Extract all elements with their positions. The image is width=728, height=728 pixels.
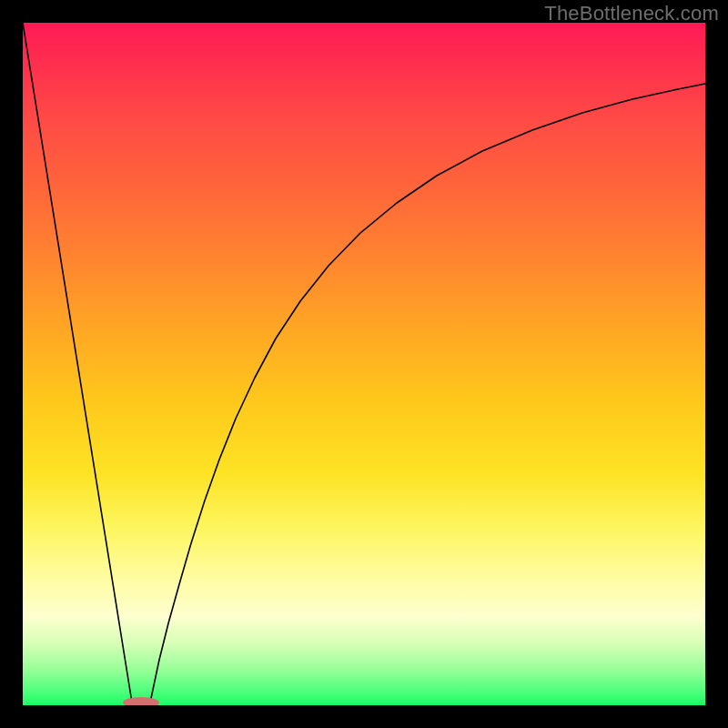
curve-left-descent bbox=[23, 23, 132, 703]
chart-frame: TheBottleneck.com bbox=[0, 0, 728, 728]
curve-right-ascent bbox=[150, 84, 705, 703]
curve-overlay bbox=[23, 23, 705, 705]
plot-area bbox=[23, 23, 705, 705]
minimum-marker bbox=[123, 697, 159, 705]
watermark-label: TheBottleneck.com bbox=[544, 2, 719, 25]
